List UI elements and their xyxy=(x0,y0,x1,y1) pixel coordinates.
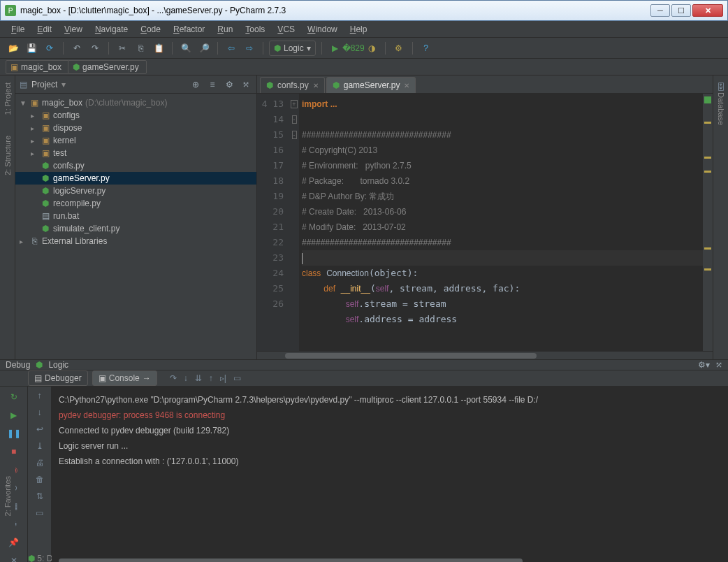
tree-item[interactable]: ⬢recompile.py xyxy=(15,197,256,210)
menu-vcs[interactable]: VCS xyxy=(272,23,300,36)
up-icon[interactable]: ↑ xyxy=(38,391,42,401)
debugger-tab[interactable]: ▤ Debugger xyxy=(28,370,88,386)
close-tab-icon[interactable]: ✕ xyxy=(404,82,409,89)
scroll-to-end-icon[interactable]: ⤓ xyxy=(36,441,43,451)
run-config-selector[interactable]: ⬢ Logic ▾ xyxy=(269,41,316,56)
filter-icon[interactable]: ▭ xyxy=(36,508,43,518)
print-icon[interactable]: 🖨 xyxy=(36,458,44,468)
error-stripe[interactable] xyxy=(703,94,713,351)
tree-item[interactable]: ▸⎘External Libraries xyxy=(15,235,256,247)
gear-icon[interactable]: ⚙▾ xyxy=(698,360,710,370)
favorites-tool-button[interactable]: 2: Favorites xyxy=(0,464,15,528)
editor-tab[interactable]: ⬢confs.py✕ xyxy=(260,77,325,93)
scroll-from-source-icon[interactable]: ⊕ xyxy=(189,78,202,91)
hide-icon[interactable]: ⤱ xyxy=(240,78,252,91)
menu-run[interactable]: Run xyxy=(212,23,238,36)
editor-horizontal-scrollbar[interactable] xyxy=(257,351,713,359)
menu-refactor[interactable]: Refactor xyxy=(168,23,210,36)
tree-item[interactable]: ▸▣kernel xyxy=(15,134,256,147)
tree-item[interactable]: ⬢gameServer.py xyxy=(15,172,256,185)
editor-tab[interactable]: ⬢gameServer.py✕ xyxy=(326,77,416,93)
settings-icon[interactable]: ⚙ xyxy=(391,41,407,56)
tree-item[interactable]: ▸▣configs xyxy=(15,109,256,122)
console-tab[interactable]: ▣ Console → xyxy=(92,370,157,386)
warning-marker[interactable] xyxy=(704,122,711,124)
step-over-icon[interactable]: ↷ xyxy=(170,373,177,383)
menu-edit[interactable]: Edit xyxy=(31,23,57,36)
database-icon[interactable]: 🗄 xyxy=(717,82,725,92)
debug-icon[interactable]: �829 xyxy=(346,41,361,56)
paste-icon[interactable]: 📋 xyxy=(151,41,166,56)
sync-icon[interactable]: ⟳ xyxy=(42,41,57,56)
back-icon[interactable]: ⇦ xyxy=(224,41,239,56)
coverage-icon[interactable]: ◑ xyxy=(364,41,379,56)
gear-icon[interactable]: ⚙ xyxy=(223,78,235,91)
tool-database[interactable]: Database xyxy=(717,92,725,125)
find-icon[interactable]: 🔍 xyxy=(178,41,194,56)
menu-file[interactable]: File xyxy=(6,23,30,36)
resume-icon[interactable]: ▶ xyxy=(8,409,20,422)
menu-view[interactable]: View xyxy=(59,23,88,36)
soft-wrap-icon[interactable]: ↩ xyxy=(36,424,43,434)
minimize-button[interactable] xyxy=(650,4,670,17)
tree-item[interactable]: ⬢simulate_client.py xyxy=(15,222,256,235)
warning-marker[interactable] xyxy=(704,171,711,173)
fold-gutter[interactable]: + - - xyxy=(289,94,299,351)
maximize-button[interactable] xyxy=(671,4,691,17)
pin-icon[interactable]: 📌 xyxy=(8,536,20,549)
hide-icon[interactable]: ⤱ xyxy=(715,360,722,370)
undo-icon[interactable]: ↶ xyxy=(69,41,85,56)
menu-code[interactable]: Code xyxy=(135,23,166,36)
replace-icon[interactable]: 🔎 xyxy=(196,41,212,56)
run-to-cursor-icon[interactable]: ▹| xyxy=(220,373,226,383)
step-into-icon[interactable]: ↓ xyxy=(184,373,188,383)
collapse-all-icon[interactable]: ≡ xyxy=(206,78,219,91)
close-icon[interactable]: ✕ xyxy=(8,554,20,562)
forward-icon[interactable]: ⇨ xyxy=(242,41,257,56)
pause-icon[interactable]: ❚❚ xyxy=(8,427,20,440)
tool-project[interactable]: 1: Project xyxy=(3,82,12,115)
dropdown-icon[interactable]: ▾ xyxy=(61,80,66,89)
run-icon[interactable]: ▶ xyxy=(328,41,343,56)
warning-marker[interactable] xyxy=(704,157,711,159)
console-output[interactable]: C:\Python27\python.exe "D:\program\PyCha… xyxy=(52,387,728,562)
breadcrumb: ▣ magic_box ⬢ gameServer.py xyxy=(0,59,728,75)
tree-item[interactable]: ▤run.bat xyxy=(15,210,256,222)
clear-icon[interactable]: 🗑 xyxy=(36,475,44,484)
step-out-icon[interactable]: ↑ xyxy=(209,373,213,383)
menu-window[interactable]: Window xyxy=(302,23,343,36)
sort-icon[interactable]: ⇅ xyxy=(36,491,43,501)
rerun-icon[interactable]: ↻ xyxy=(8,391,20,403)
stop-icon[interactable]: ■ xyxy=(8,445,20,458)
code-editor[interactable]: import ... #############################… xyxy=(299,94,703,351)
menu-navigate[interactable]: Navigate xyxy=(89,23,133,36)
close-tab-icon[interactable]: ✕ xyxy=(313,82,319,89)
menu-tools[interactable]: Tools xyxy=(240,23,270,36)
tree-item[interactable]: ⬢logicServer.py xyxy=(15,185,256,197)
tree-item[interactable]: ▸▣test xyxy=(15,147,256,159)
breadcrumb-file[interactable]: ⬢ gameServer.py xyxy=(68,60,147,74)
evaluate-icon[interactable]: ▭ xyxy=(233,373,241,383)
project-tree[interactable]: ▼▣magic_box (D:\clutter\magic_box)▸▣conf… xyxy=(15,94,256,359)
save-icon[interactable]: 💾 xyxy=(24,41,39,56)
console-horizontal-scrollbar[interactable] xyxy=(59,559,721,562)
copy-icon[interactable]: ⎘ xyxy=(133,41,148,56)
tool-structure[interactable]: 2: Structure xyxy=(3,136,12,175)
breadcrumb-root[interactable]: ▣ magic_box xyxy=(6,60,69,74)
tree-item[interactable]: ▼▣magic_box (D:\clutter\magic_box) xyxy=(15,96,256,109)
help-icon[interactable]: ? xyxy=(418,41,434,56)
warning-marker[interactable] xyxy=(704,247,711,250)
redo-icon[interactable]: ↷ xyxy=(87,41,103,56)
open-icon[interactable]: 📂 xyxy=(6,41,21,56)
python-icon: ⬢ xyxy=(274,43,281,53)
cut-icon[interactable]: ✂ xyxy=(115,41,130,56)
dropdown-icon: ▾ xyxy=(307,43,311,53)
warning-marker[interactable] xyxy=(704,268,711,271)
debug-tabs: ▤ Debugger ▣ Console → ↷ ↓ ⇊ ↑ ▹| ▭ xyxy=(0,370,728,387)
force-step-into-icon[interactable]: ⇊ xyxy=(195,373,202,383)
down-icon[interactable]: ↓ xyxy=(38,408,42,417)
tree-item[interactable]: ⬢confs.py xyxy=(15,159,256,172)
tree-item[interactable]: ▸▣dispose xyxy=(15,122,256,134)
close-button[interactable] xyxy=(692,4,723,17)
menu-help[interactable]: Help xyxy=(344,23,373,36)
